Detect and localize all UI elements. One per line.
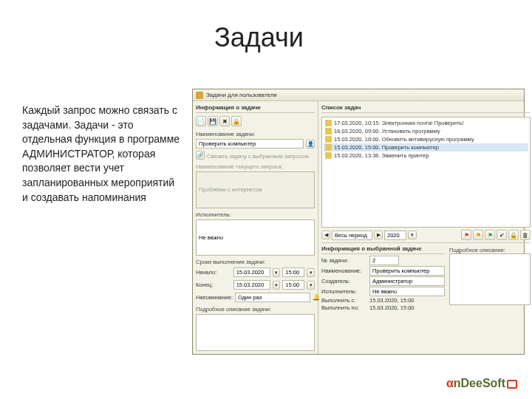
task-row[interactable]: 17.03.2020, 10:15. Электронная почта! Пр… [324, 119, 528, 127]
start-time-stepper[interactable]: ▾ [307, 268, 315, 277]
desc-label: Подробное описание задачи: [196, 306, 315, 313]
from-label: Выполнить с: [321, 297, 367, 304]
lock-button[interactable]: 🔒 [231, 116, 242, 126]
current-request-label: Наименование текущего запроса: [196, 163, 315, 170]
task-icon [325, 136, 332, 143]
app-window: Задачи для пользователя Информация о зад… [192, 89, 525, 355]
task-text: 15.03.2020, 15:00. Проверить компьютер [334, 144, 439, 151]
complete-button[interactable]: ✔ [497, 230, 507, 240]
task-name-input[interactable] [196, 139, 304, 149]
end-date-picker[interactable]: ▾ [273, 281, 281, 290]
link-request-label: Связать задачу с выбранным запросом [207, 153, 309, 160]
slide-title: Задачи [214, 22, 304, 53]
info-name-value [369, 266, 445, 276]
to-label: Выполнить по: [321, 304, 367, 311]
delete-task-button[interactable]: 🗑 [520, 230, 531, 240]
current-request-input [196, 171, 315, 208]
window-title: Задачи для пользователя [206, 92, 277, 98]
task-name-label: Наименование задачи: [196, 131, 315, 137]
task-text: 15.03.2020, 18:00. Обновить антивирусную… [334, 136, 474, 143]
year-input[interactable] [384, 231, 406, 240]
info-desc-box [449, 253, 531, 305]
creator-label: Создатель: [321, 278, 367, 284]
prev-period-button[interactable]: ◀ [321, 231, 330, 239]
info-executor-label: Исполнитель: [321, 288, 367, 295]
creator-value [369, 276, 445, 286]
info-name-label: Наименование: [321, 267, 367, 274]
to-value: 15.03.2020, 15:00 [369, 304, 445, 311]
task-toolbar: 📄 💾 ✖ 🔒 [196, 116, 315, 126]
info-executor-value [369, 287, 445, 296]
selected-info-header: Информация о выбранной задаче [321, 245, 445, 254]
app-icon [196, 92, 203, 99]
num-label: № задачи: [321, 257, 367, 264]
task-row[interactable]: 16.03.2020, 09:00. Установить программу [324, 127, 528, 135]
flag-yellow-button[interactable]: ⚑ [473, 230, 483, 240]
task-list-header: Список задач [321, 104, 531, 113]
lock-task-button[interactable]: 🔒 [508, 230, 519, 240]
task-icon [325, 128, 332, 134]
reminder-select[interactable] [235, 293, 310, 302]
task-icon [325, 152, 332, 159]
info-desc-label: Подробное описание: [449, 247, 531, 253]
executor-label: Исполнитель: [196, 211, 315, 218]
task-text: 15.03.2020, 13:36. Заменить принтер [334, 152, 429, 159]
logo-alpha: α [446, 377, 454, 389]
end-label: Конец: [196, 282, 231, 288]
task-info-header: Информация о задаче [196, 104, 315, 113]
task-row[interactable]: 15.03.2020, 13:36. Заменить принтер [324, 151, 528, 160]
save-task-button[interactable]: 💾 [208, 116, 218, 126]
slide-description: Каждый запрос можно связать с задачами. … [22, 103, 181, 205]
next-period-button[interactable]: ▶ [374, 231, 383, 239]
link-icon[interactable]: 🔗 [196, 151, 205, 160]
end-time-stepper[interactable]: ▾ [307, 281, 315, 290]
cancel-button[interactable]: ✖ [219, 116, 230, 126]
new-task-button[interactable]: 📄 [196, 116, 206, 126]
task-text: 17.03.2020, 10:15. Электронная почта! Пр… [334, 120, 463, 126]
task-info-panel: Информация о задаче 📄 💾 ✖ 🔒 Наименование… [193, 101, 318, 354]
titlebar: Задачи для пользователя [193, 89, 524, 101]
selected-task-info: Информация о выбранной задаче № задачи: … [321, 242, 531, 312]
flag-green-button[interactable]: ⚑ [485, 230, 495, 240]
deadline-label: Сроки выполнения задачи: [196, 259, 315, 265]
logo: αnDeeSoft [446, 377, 517, 390]
flag-red-button[interactable]: ⚑ [461, 230, 471, 240]
start-time-input[interactable] [282, 267, 304, 277]
task-row-selected[interactable]: 15.03.2020, 15:00. Проверить компьютер [324, 143, 528, 151]
executor-input[interactable] [196, 219, 315, 256]
end-date-input[interactable] [233, 280, 270, 290]
num-value [369, 256, 399, 265]
end-time-input[interactable] [282, 280, 304, 290]
year-stepper[interactable]: ▾ [408, 231, 417, 239]
from-value: 15.03.2020, 15:00 [369, 297, 445, 304]
start-date-input[interactable] [233, 267, 270, 277]
task-icon [325, 144, 332, 151]
task-row[interactable]: 15.03.2020, 18:00. Обновить антивирусную… [324, 135, 528, 143]
reminder-label: Напоминание: [196, 294, 233, 301]
logo-icon [507, 380, 517, 389]
period-select[interactable] [332, 231, 372, 240]
start-date-picker[interactable]: ▾ [273, 268, 281, 277]
task-list-panel: Список задач 17.03.2020, 10:15. Электрон… [318, 101, 532, 354]
logo-text: nDeeSoft [454, 377, 505, 389]
task-list[interactable]: 17.03.2020, 10:15. Электронная почта! Пр… [321, 117, 531, 228]
user-pick-button[interactable]: 👤 [306, 140, 315, 149]
desc-textarea[interactable] [196, 314, 315, 351]
task-icon [325, 120, 332, 126]
start-label: Начало: [196, 269, 231, 276]
task-text: 16.03.2020, 09:00. Установить программу [334, 128, 440, 134]
